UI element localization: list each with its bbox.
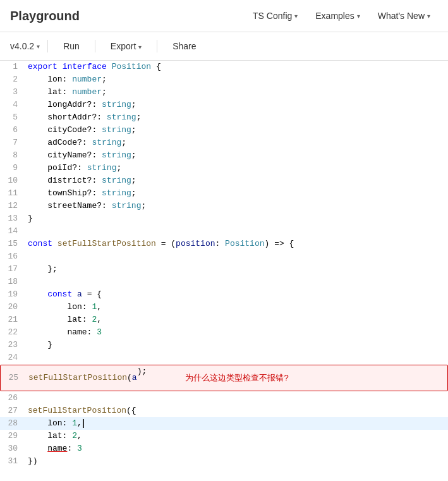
export-label: Export [111,41,136,51]
table-row: 7 adCode?: string; [0,137,448,149]
table-row: 10 district?: string; [0,174,448,187]
table-row: 22 name: 3 [0,326,448,339]
table-row: 21 lat: 2, [0,314,448,326]
table-row: 13 } [0,212,448,225]
export-button[interactable]: Export ▾ [103,39,149,54]
toolbar-separator-2 [95,40,95,52]
toolbar-separator-1 [47,40,48,52]
whats-new-chevron-icon: ▾ [427,13,430,20]
table-row: 17 }; [0,263,448,276]
table-row: 9 poiId?: string; [0,162,448,174]
table-row: 16 [0,250,448,263]
table-row: 24 [0,351,448,364]
table-row: 8 cityName?: string; [0,149,448,162]
version-chevron-icon: ▾ [37,43,40,50]
export-chevron-icon: ▾ [138,44,142,51]
table-row: 28 lon: 1, [0,417,448,430]
run-button[interactable]: Run [56,39,87,54]
nav-whats-new[interactable]: What's New ▾ [370,7,438,25]
annotation-text: 为什么这边类型检查不报错? [185,372,288,384]
table-row: 25 setFullStartPosition(a); 为什么这边类型检查不报错… [0,365,448,391]
version-label: v4.0.2 [10,41,34,51]
code-editor[interactable]: 1 export interface Position { 2 lon: num… [0,61,448,481]
version-selector[interactable]: v4.0.2 ▾ [10,41,40,51]
top-nav: Playground TS Config ▾ Examples ▾ What's… [0,0,448,32]
nav-ts-config[interactable]: TS Config ▾ [245,7,305,25]
ts-config-chevron-icon: ▾ [294,13,298,20]
table-row: 23 } [0,339,448,351]
table-row: 6 cityCode?: string; [0,124,448,137]
table-row: 12 streetName?: string; [0,200,448,212]
nav-ts-config-label: TS Config [253,11,292,21]
table-row: 31 }) [0,455,448,468]
toolbar-separator-3 [157,40,157,52]
share-button[interactable]: Share [165,39,203,54]
table-row: 14 [0,225,448,238]
table-row: 26 [0,392,448,405]
table-row: 20 lon: 1, [0,301,448,314]
table-row: 1 export interface Position { [0,61,448,73]
brand-title: Playground [10,9,80,23]
table-row: 15 const setFullStartPosition = (positio… [0,238,448,250]
table-row: 30 name: 3 [0,442,448,455]
table-row: 29 lat: 2, [0,430,448,442]
toolbar: v4.0.2 ▾ Run Export ▾ Share [0,32,448,61]
table-row: 5 shortAddr?: string; [0,111,448,124]
examples-chevron-icon: ▾ [357,13,360,20]
table-row: 3 lat: number; [0,86,448,99]
nav-examples[interactable]: Examples ▾ [308,7,367,25]
table-row: 19 const a = { [0,288,448,301]
table-row: 18 [0,276,448,288]
nav-whats-new-label: What's New [378,11,425,21]
table-row: 2 lon: number; [0,73,448,86]
nav-menu: TS Config ▾ Examples ▾ What's New ▾ [245,7,438,25]
nav-examples-label: Examples [315,11,354,21]
table-row: 11 townShip?: string; [0,187,448,200]
table-row: 27 setFullStartPosition({ [0,405,448,417]
table-row: 4 longAddr?: string; [0,99,448,111]
